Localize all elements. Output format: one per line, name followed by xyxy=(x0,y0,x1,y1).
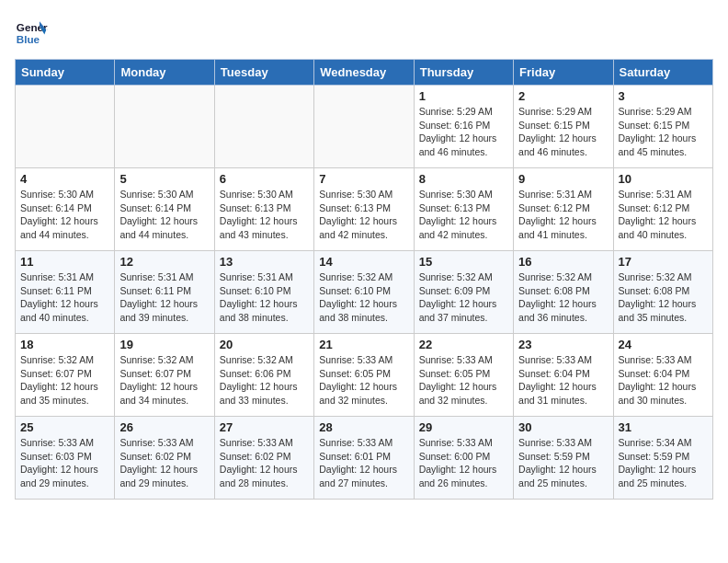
calendar-cell: 1Sunrise: 5:29 AM Sunset: 6:16 PM Daylig… xyxy=(414,86,513,168)
calendar-cell: 22Sunrise: 5:33 AM Sunset: 6:05 PM Dayli… xyxy=(414,334,513,417)
calendar-cell: 27Sunrise: 5:33 AM Sunset: 6:02 PM Dayli… xyxy=(214,417,313,500)
calendar-cell: 9Sunrise: 5:31 AM Sunset: 6:12 PM Daylig… xyxy=(514,168,613,251)
day-number: 10 xyxy=(619,172,708,186)
day-info: Sunrise: 5:30 AM Sunset: 6:13 PM Dayligh… xyxy=(220,188,309,242)
calendar-cell: 30Sunrise: 5:33 AM Sunset: 5:59 PM Dayli… xyxy=(514,417,613,500)
day-number: 20 xyxy=(220,338,309,351)
day-number: 15 xyxy=(419,255,508,269)
weekday-header-friday: Friday xyxy=(514,60,613,86)
calendar-cell: 7Sunrise: 5:30 AM Sunset: 6:13 PM Daylig… xyxy=(314,168,414,251)
calendar-cell: 29Sunrise: 5:33 AM Sunset: 6:00 PM Dayli… xyxy=(414,417,513,500)
calendar-cell xyxy=(214,86,313,168)
day-info: Sunrise: 5:32 AM Sunset: 6:08 PM Dayligh… xyxy=(619,270,708,325)
day-info: Sunrise: 5:33 AM Sunset: 6:03 PM Dayligh… xyxy=(20,436,109,490)
weekday-header-monday: Monday xyxy=(115,60,214,86)
calendar-cell: 3Sunrise: 5:29 AM Sunset: 6:15 PM Daylig… xyxy=(613,86,712,168)
day-number: 3 xyxy=(619,89,708,103)
calendar-cell: 23Sunrise: 5:33 AM Sunset: 6:04 PM Dayli… xyxy=(514,334,613,417)
calendar-cell: 18Sunrise: 5:32 AM Sunset: 6:07 PM Dayli… xyxy=(16,334,115,417)
calendar-cell: 6Sunrise: 5:30 AM Sunset: 6:13 PM Daylig… xyxy=(214,168,313,251)
calendar-week-row: 25Sunrise: 5:33 AM Sunset: 6:03 PM Dayli… xyxy=(16,417,713,500)
calendar-week-row: 11Sunrise: 5:31 AM Sunset: 6:11 PM Dayli… xyxy=(16,251,713,334)
day-info: Sunrise: 5:32 AM Sunset: 6:09 PM Dayligh… xyxy=(419,270,508,325)
day-info: Sunrise: 5:29 AM Sunset: 6:16 PM Dayligh… xyxy=(419,105,508,159)
day-number: 13 xyxy=(220,255,309,269)
day-number: 23 xyxy=(518,338,608,351)
weekday-header-row: SundayMondayTuesdayWednesdayThursdayFrid… xyxy=(16,60,713,86)
day-number: 24 xyxy=(619,338,708,351)
day-info: Sunrise: 5:31 AM Sunset: 6:12 PM Dayligh… xyxy=(619,188,708,242)
day-number: 7 xyxy=(319,172,408,186)
day-info: Sunrise: 5:33 AM Sunset: 6:04 PM Dayligh… xyxy=(619,353,708,408)
day-number: 22 xyxy=(419,338,508,351)
day-number: 30 xyxy=(518,420,608,434)
calendar-week-row: 4Sunrise: 5:30 AM Sunset: 6:14 PM Daylig… xyxy=(16,168,713,251)
calendar-cell: 16Sunrise: 5:32 AM Sunset: 6:08 PM Dayli… xyxy=(514,251,613,334)
calendar-cell xyxy=(115,86,214,168)
calendar-cell xyxy=(16,86,115,168)
calendar-cell: 13Sunrise: 5:31 AM Sunset: 6:10 PM Dayli… xyxy=(214,251,313,334)
day-info: Sunrise: 5:31 AM Sunset: 6:12 PM Dayligh… xyxy=(518,188,608,242)
day-number: 29 xyxy=(419,420,508,434)
calendar-week-row: 18Sunrise: 5:32 AM Sunset: 6:07 PM Dayli… xyxy=(16,334,713,417)
calendar-cell: 26Sunrise: 5:33 AM Sunset: 6:02 PM Dayli… xyxy=(115,417,214,500)
day-info: Sunrise: 5:31 AM Sunset: 6:11 PM Dayligh… xyxy=(20,270,109,325)
calendar-table: SundayMondayTuesdayWednesdayThursdayFrid… xyxy=(15,59,713,500)
day-info: Sunrise: 5:32 AM Sunset: 6:08 PM Dayligh… xyxy=(518,270,608,325)
day-info: Sunrise: 5:29 AM Sunset: 6:15 PM Dayligh… xyxy=(619,105,708,159)
calendar-cell xyxy=(314,86,414,168)
day-number: 1 xyxy=(419,89,508,103)
weekday-header-thursday: Thursday xyxy=(414,60,513,86)
day-info: Sunrise: 5:32 AM Sunset: 6:07 PM Dayligh… xyxy=(119,353,209,408)
calendar-cell: 28Sunrise: 5:33 AM Sunset: 6:01 PM Dayli… xyxy=(314,417,414,500)
day-info: Sunrise: 5:30 AM Sunset: 6:14 PM Dayligh… xyxy=(119,188,209,242)
weekday-header-wednesday: Wednesday xyxy=(314,60,414,86)
day-info: Sunrise: 5:32 AM Sunset: 6:06 PM Dayligh… xyxy=(220,353,309,408)
logo: General Blue xyxy=(15,15,48,48)
calendar-cell: 31Sunrise: 5:34 AM Sunset: 5:59 PM Dayli… xyxy=(613,417,712,500)
day-number: 18 xyxy=(20,338,109,351)
calendar-cell: 24Sunrise: 5:33 AM Sunset: 6:04 PM Dayli… xyxy=(613,334,712,417)
day-number: 25 xyxy=(20,420,109,434)
day-number: 21 xyxy=(319,338,408,351)
day-info: Sunrise: 5:33 AM Sunset: 6:05 PM Dayligh… xyxy=(319,353,408,408)
day-number: 16 xyxy=(518,255,608,269)
day-info: Sunrise: 5:33 AM Sunset: 6:02 PM Dayligh… xyxy=(220,436,309,490)
day-number: 17 xyxy=(619,255,708,269)
day-number: 19 xyxy=(119,338,209,351)
weekday-header-saturday: Saturday xyxy=(613,60,712,86)
day-info: Sunrise: 5:30 AM Sunset: 6:13 PM Dayligh… xyxy=(419,188,508,242)
calendar-cell: 11Sunrise: 5:31 AM Sunset: 6:11 PM Dayli… xyxy=(16,251,115,334)
calendar-week-row: 1Sunrise: 5:29 AM Sunset: 6:16 PM Daylig… xyxy=(16,86,713,168)
calendar-cell: 10Sunrise: 5:31 AM Sunset: 6:12 PM Dayli… xyxy=(613,168,712,251)
calendar-cell: 17Sunrise: 5:32 AM Sunset: 6:08 PM Dayli… xyxy=(613,251,712,334)
svg-text:Blue: Blue xyxy=(17,33,40,45)
day-info: Sunrise: 5:33 AM Sunset: 6:02 PM Dayligh… xyxy=(119,436,209,490)
calendar-cell: 25Sunrise: 5:33 AM Sunset: 6:03 PM Dayli… xyxy=(16,417,115,500)
weekday-header-tuesday: Tuesday xyxy=(214,60,313,86)
calendar-cell: 14Sunrise: 5:32 AM Sunset: 6:10 PM Dayli… xyxy=(314,251,414,334)
day-info: Sunrise: 5:30 AM Sunset: 6:13 PM Dayligh… xyxy=(319,188,408,242)
day-number: 28 xyxy=(319,420,408,434)
calendar-cell: 5Sunrise: 5:30 AM Sunset: 6:14 PM Daylig… xyxy=(115,168,214,251)
weekday-header-sunday: Sunday xyxy=(16,60,115,86)
day-info: Sunrise: 5:30 AM Sunset: 6:14 PM Dayligh… xyxy=(20,188,109,242)
calendar-cell: 4Sunrise: 5:30 AM Sunset: 6:14 PM Daylig… xyxy=(16,168,115,251)
page-header: General Blue xyxy=(15,15,713,48)
day-number: 9 xyxy=(518,172,608,186)
day-info: Sunrise: 5:31 AM Sunset: 6:11 PM Dayligh… xyxy=(119,270,209,325)
day-info: Sunrise: 5:33 AM Sunset: 6:05 PM Dayligh… xyxy=(419,353,508,408)
calendar-cell: 15Sunrise: 5:32 AM Sunset: 6:09 PM Dayli… xyxy=(414,251,513,334)
day-info: Sunrise: 5:33 AM Sunset: 5:59 PM Dayligh… xyxy=(518,436,608,490)
day-number: 31 xyxy=(619,420,708,434)
day-info: Sunrise: 5:32 AM Sunset: 6:07 PM Dayligh… xyxy=(20,353,109,408)
calendar-cell: 2Sunrise: 5:29 AM Sunset: 6:15 PM Daylig… xyxy=(514,86,613,168)
calendar-cell: 19Sunrise: 5:32 AM Sunset: 6:07 PM Dayli… xyxy=(115,334,214,417)
day-number: 12 xyxy=(119,255,209,269)
day-number: 8 xyxy=(419,172,508,186)
calendar-cell: 20Sunrise: 5:32 AM Sunset: 6:06 PM Dayli… xyxy=(214,334,313,417)
day-number: 26 xyxy=(119,420,209,434)
day-info: Sunrise: 5:33 AM Sunset: 6:01 PM Dayligh… xyxy=(319,436,408,490)
day-number: 4 xyxy=(20,172,109,186)
day-info: Sunrise: 5:29 AM Sunset: 6:15 PM Dayligh… xyxy=(518,105,608,159)
